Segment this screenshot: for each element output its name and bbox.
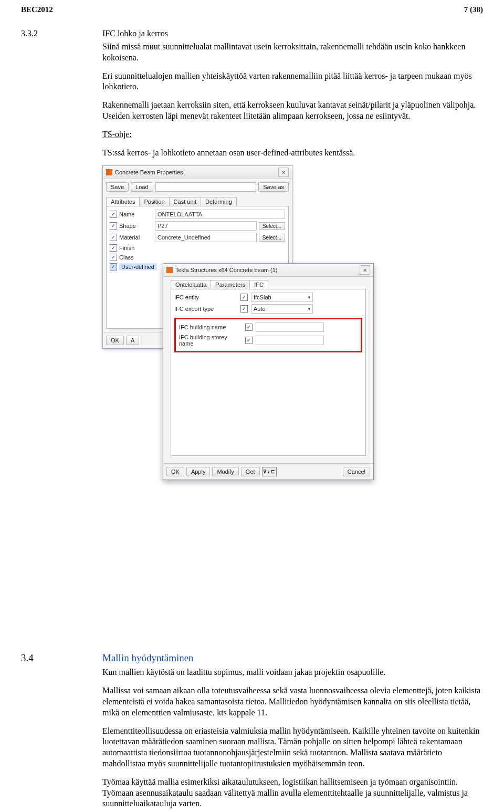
outer-window-title: Concrete Beam Properties (115, 169, 183, 175)
material-checkbox[interactable]: ✓ (110, 234, 117, 241)
section-34-p1: Kun mallien käytöstä on laadittu sopimus… (102, 667, 483, 678)
outer-titlebar: Concrete Beam Properties ✕ (103, 166, 292, 179)
cancel-button[interactable]: Cancel (343, 467, 370, 476)
class-checkbox[interactable]: ✓ (110, 254, 117, 261)
modify-button[interactable]: Modify (212, 467, 238, 476)
tab-deforming[interactable]: Deforming (201, 197, 237, 206)
outer-a-button[interactable]: A (126, 336, 139, 345)
section-34-p3: Elementtiteollisuudessa on eriasteisia v… (102, 726, 483, 769)
finish-label: Finish (119, 245, 153, 251)
section-34-number: 3.4 (21, 652, 102, 664)
ifc-entity-checkbox[interactable]: ✓ (240, 294, 248, 301)
name-label: Name (119, 211, 153, 217)
userdefined-label[interactable]: User-defined (119, 263, 157, 270)
ifc-building-storey-input[interactable] (256, 336, 324, 345)
userdefined-checkbox[interactable]: ✓ (110, 263, 117, 270)
preset-field[interactable] (155, 182, 257, 192)
material-select-button[interactable]: Select... (259, 234, 285, 242)
tab-ontelolaatta[interactable]: Ontelolaatta (171, 280, 211, 289)
ifc-export-label: IFC export type (174, 306, 237, 312)
toggle-all-button[interactable]: ⊽/⊏ (262, 467, 277, 476)
inner-ok-button[interactable]: OK (166, 467, 184, 476)
ts-ohje-label: TS-ohje: (102, 129, 483, 140)
ifc-entity-label: IFC entity (174, 294, 237, 300)
get-button[interactable]: Get (241, 467, 260, 476)
section-34-p2: Mallissa voi samaan aikaan olla toteutus… (102, 685, 483, 718)
section-34-title: Mallin hyödyntäminen (102, 652, 194, 664)
ifc-entity-value: IfcSlab (254, 294, 271, 300)
save-button[interactable]: Save (106, 182, 129, 192)
outer-ok-button[interactable]: OK (106, 336, 124, 345)
tab-attributes[interactable]: Attributes (106, 197, 140, 206)
ifc-building-storey-checkbox[interactable]: ✓ (245, 337, 253, 344)
name-input[interactable]: ONTELOLAATTA (155, 210, 285, 219)
inner-titlebar: Tekla Structures x64 Concrete beam (1) ✕ (163, 264, 373, 277)
app-icon (106, 169, 112, 175)
highlighted-fields: IFC building name ✓ IFC building storey … (174, 318, 362, 352)
ifc-export-checkbox[interactable]: ✓ (240, 305, 248, 313)
inner-window-title: Tekla Structures x64 Concrete beam (1) (175, 267, 277, 273)
close-icon[interactable]: ✕ (360, 265, 370, 275)
shape-checkbox[interactable]: ✓ (110, 222, 117, 230)
doc-header-left: BEC2012 (21, 5, 53, 14)
doc-header-right: 7 (38) (464, 5, 483, 14)
chevron-down-icon: ▼ (307, 295, 311, 300)
section-332-p1: Siinä missä muut suunnittelualat mallint… (102, 41, 483, 64)
close-icon[interactable]: ✕ (278, 168, 289, 177)
tab-ifc[interactable]: IFC (249, 280, 268, 289)
apply-button[interactable]: Apply (186, 467, 211, 476)
load-button[interactable]: Load (131, 182, 153, 192)
finish-checkbox[interactable]: ✓ (110, 244, 117, 252)
chevron-down-icon: ▼ (307, 307, 311, 311)
tab-parameters[interactable]: Parameters (211, 280, 250, 289)
ifc-building-name-checkbox[interactable]: ✓ (245, 324, 253, 331)
ifc-export-value: Auto (254, 306, 266, 312)
section-332-number: 3.3.2 (21, 29, 102, 38)
inner-window: Tekla Structures x64 Concrete beam (1) ✕… (163, 263, 374, 480)
section-332-p3: Rakennemalli jaetaan kerroksiin siten, e… (102, 100, 483, 122)
save-as-button[interactable]: Save as (258, 182, 289, 192)
class-label: Class (119, 254, 153, 261)
material-input[interactable]: Concrete_Undefined (155, 233, 257, 242)
ifc-building-storey-label: IFC building storey name (179, 334, 242, 347)
material-label: Material (119, 234, 153, 241)
ifc-export-dropdown[interactable]: Auto ▼ (251, 304, 313, 314)
section-332-p2: Eri suunnittelualojen mallien yhteiskäyt… (102, 71, 483, 93)
shape-select-button[interactable]: Select... (259, 222, 285, 230)
ifc-entity-dropdown[interactable]: IfcSlab ▼ (251, 293, 313, 302)
shape-label: Shape (119, 223, 153, 229)
section-332-title: IFC lohko ja kerros (102, 29, 168, 38)
ifc-building-name-input[interactable] (256, 322, 324, 332)
section-34-p4: Työmaa käyttää mallia esimerkiksi aikata… (102, 777, 483, 809)
embedded-screenshot: Concrete Beam Properties ✕ Save Load Sav… (102, 165, 375, 643)
section-332-p4: TS:ssä kerros- ja lohkotieto annetaan os… (102, 148, 483, 159)
ifc-building-name-label: IFC building name (179, 324, 242, 330)
tab-cast-unit[interactable]: Cast unit (169, 197, 201, 206)
name-checkbox[interactable]: ✓ (110, 211, 117, 218)
tab-position[interactable]: Position (139, 197, 169, 206)
shape-input[interactable]: P27 (155, 221, 257, 231)
app-icon (166, 267, 173, 273)
